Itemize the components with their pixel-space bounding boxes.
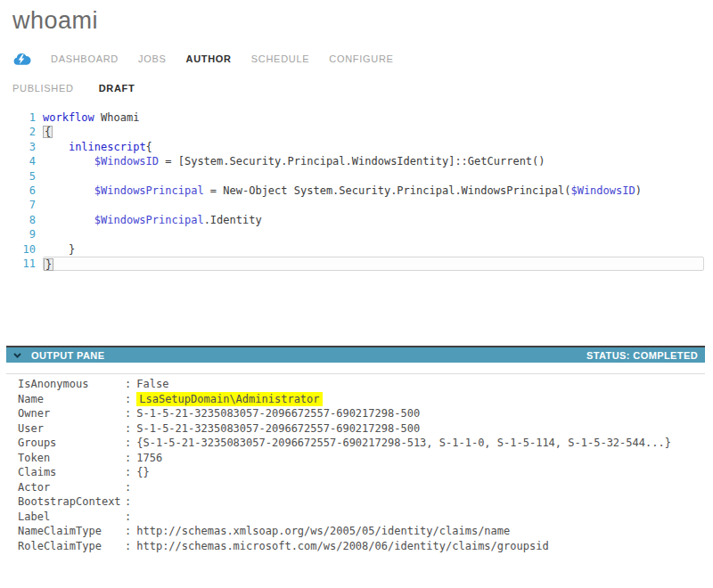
editor-line: 1 workflow Whoami bbox=[18, 110, 704, 125]
nav-item-configure[interactable]: CONFIGURE bbox=[329, 53, 393, 64]
code-line[interactable]: { bbox=[43, 125, 704, 139]
editor-line: 7 bbox=[18, 198, 704, 212]
output-field-label: Name bbox=[18, 392, 125, 407]
nav-item-schedule[interactable]: SCHEDULE bbox=[251, 53, 310, 64]
status-badge: STATUS: COMPLETED bbox=[586, 350, 698, 361]
publish-state-tabs: PUBLISHEDDRAFT bbox=[12, 83, 135, 94]
code-line[interactable] bbox=[43, 227, 704, 241]
output-field-label: Token bbox=[18, 451, 125, 466]
line-number: 10 bbox=[18, 242, 43, 257]
nav-item-jobs[interactable]: JOBS bbox=[138, 53, 167, 64]
code-segment bbox=[43, 214, 94, 226]
output-colon: : bbox=[125, 406, 131, 421]
output-field-label: BootstrapContext bbox=[18, 494, 125, 510]
matched-bracket: } bbox=[44, 258, 53, 271]
output-row: Groups : {S-1-5-21-3235083057-2096672557… bbox=[18, 436, 705, 451]
code-segment: = [System.Security.Principal.WindowsIden… bbox=[159, 155, 545, 167]
editor-line: 8 $WindowsPrincipal.Identity bbox=[18, 213, 704, 227]
output-field-value: False bbox=[136, 377, 168, 392]
code-line[interactable] bbox=[43, 169, 704, 184]
code-line[interactable] bbox=[43, 198, 704, 212]
output-field-label: Actor bbox=[18, 480, 125, 495]
code-segment: ) bbox=[635, 184, 642, 197]
output-row: Actor : bbox=[18, 480, 705, 495]
output-field-label: RoleClaimType bbox=[18, 539, 125, 554]
code-segment: $WindowsID bbox=[570, 184, 635, 197]
output-field-value: S-1-5-21-3235083057-2096672557-690217298… bbox=[136, 406, 420, 421]
output-colon: : bbox=[125, 377, 131, 392]
output-row: NameClaimType : http://schemas.xmlsoap.o… bbox=[18, 524, 705, 539]
line-number: 3 bbox=[18, 140, 43, 154]
output-pane-title: OUTPUT PANE bbox=[31, 350, 104, 361]
code-line[interactable]: workflow Whoami bbox=[43, 110, 704, 125]
code-segment bbox=[43, 155, 94, 167]
nav-item-author[interactable]: AUTHOR bbox=[186, 53, 232, 64]
tab-draft[interactable]: DRAFT bbox=[99, 83, 135, 94]
code-segment: $WindowsID bbox=[94, 155, 159, 167]
code-line[interactable]: $WindowsPrincipal.Identity bbox=[43, 213, 704, 227]
output-colon: : bbox=[125, 494, 131, 510]
code-line[interactable]: inlinescript{ bbox=[43, 140, 704, 154]
output-field-value: {S-1-5-21-3235083057-2096672557-69021729… bbox=[136, 436, 671, 451]
code-segment: inlinescript bbox=[69, 141, 146, 153]
output-colon: : bbox=[125, 510, 131, 525]
code-segment: $WindowsPrincipal bbox=[94, 184, 204, 197]
highlighted-output-value: LsaSetupDomain\Administrator bbox=[136, 392, 322, 407]
output-field-label: Label bbox=[18, 510, 125, 525]
output-row: User : S-1-5-21-3235083057-2096672557-69… bbox=[18, 421, 705, 437]
code-editor[interactable]: 1 workflow Whoami 2 { 3 inlinescript{ 4 … bbox=[18, 110, 704, 271]
code-segment: $WindowsPrincipal bbox=[94, 214, 204, 226]
top-nav: DASHBOARDJOBSAUTHORSCHEDULECONFIGURE bbox=[12, 51, 394, 67]
editor-line: 10 } bbox=[18, 242, 704, 257]
output-field-value: http://schemas.xmlsoap.org/ws/2005/05/id… bbox=[136, 524, 510, 539]
code-segment: = New-Object System.Security.Principal.W… bbox=[204, 184, 571, 197]
line-number: 8 bbox=[18, 213, 43, 227]
output-colon: : bbox=[125, 421, 131, 437]
output-field-label: NameClaimType bbox=[18, 524, 125, 539]
output-row: Owner : S-1-5-21-3235083057-2096672557-6… bbox=[18, 406, 705, 421]
output-row: IsAnonymous : False bbox=[18, 377, 705, 392]
chevron-down-icon[interactable] bbox=[13, 353, 21, 358]
code-line[interactable]: $WindowsID = [System.Security.Principal.… bbox=[43, 154, 704, 168]
line-number: 1 bbox=[18, 110, 43, 125]
line-number: 11 bbox=[18, 257, 43, 271]
tab-published[interactable]: PUBLISHED bbox=[12, 83, 74, 94]
editor-line: 9 bbox=[18, 227, 704, 241]
runbook-author-page: whoami DASHBOARDJOBSAUTHORSCHEDULECONFIG… bbox=[0, 0, 713, 588]
output-field-value: S-1-5-21-3235083057-2096672557-690217298… bbox=[136, 421, 420, 437]
output-pane-header[interactable]: OUTPUT PANE STATUS: COMPLETED bbox=[6, 346, 705, 363]
line-number: 4 bbox=[18, 154, 43, 168]
output-colon: : bbox=[125, 392, 131, 407]
line-number: 7 bbox=[18, 198, 43, 212]
output-row: Label : bbox=[18, 510, 705, 525]
output-field-value: {} bbox=[136, 465, 149, 480]
output-row: RoleClaimType : http://schemas.microsoft… bbox=[18, 539, 705, 554]
code-segment: workflow bbox=[43, 111, 94, 124]
automation-cloud-icon bbox=[12, 53, 31, 66]
code-segment: .Identity bbox=[204, 214, 262, 226]
nav-item-dashboard[interactable]: DASHBOARD bbox=[51, 53, 119, 64]
editor-line: 6 $WindowsPrincipal = New-Object System.… bbox=[18, 184, 704, 198]
line-number: 5 bbox=[18, 169, 43, 184]
output-row: Token : 1756 bbox=[18, 451, 705, 466]
output-colon: : bbox=[125, 539, 131, 554]
code-segment: Whoami bbox=[94, 111, 140, 124]
output-colon: : bbox=[125, 524, 131, 539]
code-segment: { bbox=[146, 141, 152, 153]
code-line[interactable]: $WindowsPrincipal = New-Object System.Se… bbox=[43, 184, 704, 198]
code-line[interactable]: } bbox=[43, 257, 704, 271]
page-title: whoami bbox=[12, 7, 98, 35]
code-line[interactable]: } bbox=[43, 242, 704, 257]
editor-line: 2 { bbox=[18, 125, 704, 139]
output-field-label: IsAnonymous bbox=[18, 377, 125, 392]
output-field-value: http://schemas.microsoft.com/ws/2008/06/… bbox=[136, 539, 548, 554]
matched-bracket: { bbox=[43, 126, 53, 138]
output-colon: : bbox=[125, 480, 131, 495]
output-field-label: Owner bbox=[18, 406, 125, 421]
editor-line: 5 bbox=[18, 169, 704, 184]
line-number: 9 bbox=[18, 227, 43, 241]
output-field-label: Groups bbox=[18, 436, 125, 451]
editor-line: 3 inlinescript{ bbox=[18, 140, 704, 154]
output-colon: : bbox=[125, 436, 131, 451]
output-field-label: Claims bbox=[18, 465, 125, 480]
